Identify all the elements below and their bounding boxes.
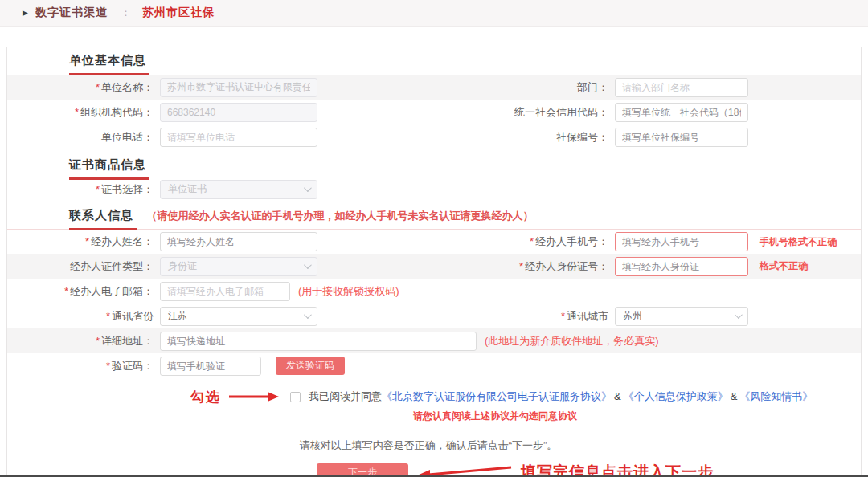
row-cert-select: *证书选择： 单位证书 — [7, 177, 861, 202]
privacy-policy-link[interactable]: 《个人信息保护政策》 — [624, 390, 728, 402]
next-step-button[interactable]: 下一步 — [317, 463, 408, 475]
agreement-prefix: 我已阅读并同意 — [309, 390, 382, 402]
row-agent-name-mobile: *经办人姓名： *经办人手机号： 手机号格式不正确 — [7, 229, 861, 254]
agent-id-type-label: 经办人证件类型： — [7, 259, 160, 274]
breadcrumb: ▶ 数字证书渠道 ： 苏州市区社保 — [0, 0, 868, 26]
risk-notice-link[interactable]: 《风险知情书》 — [739, 390, 813, 402]
required-mark: * — [530, 235, 534, 247]
province-dropdown[interactable]: 江苏 — [160, 307, 317, 326]
agent-mobile-field[interactable] — [615, 232, 748, 251]
next-button-row: 下一步 填写完信息点击进入下一步 — [317, 462, 861, 475]
agent-email-label: *经办人电子邮箱： — [7, 284, 160, 299]
row-org-code-credit-code: *组织机构代码： 统一社会信用代码： — [7, 100, 861, 124]
section-title-product: 证书商品信息 — [69, 157, 149, 180]
org-code-field — [160, 103, 317, 122]
agreement-joiner: & — [731, 390, 738, 402]
agreement-joiner: & — [614, 390, 621, 402]
agreement-row: 勾选 我已阅读并同意《北京数字认证股份有限公司电子认证服务协议》&《个人信息保护… — [190, 388, 861, 406]
row-province-city: *通讯省份 江苏 *通讯城市 苏州 — [7, 304, 861, 328]
city-label: *通讯城市 — [441, 309, 615, 324]
captcha-label: *验证码： — [7, 359, 160, 373]
unit-phone-label: 单位电话： — [7, 130, 160, 145]
province-value: 江苏 — [168, 309, 187, 323]
agreement-warning: 请您认真阅读上述协议并勾选同意协议 — [413, 410, 861, 423]
check-hint-annotation: 勾选 — [190, 388, 221, 406]
address-note: (此地址为新介质收件地址，务必真实) — [485, 334, 659, 349]
province-label: *通讯省份 — [7, 309, 160, 324]
required-mark: * — [85, 235, 89, 247]
required-mark: * — [96, 81, 100, 93]
row-address: *详细地址： (此地址为新介质收件地址，务必真实) — [7, 328, 861, 353]
captcha-field[interactable] — [160, 357, 261, 376]
section-title-contact: 联系人信息 — [69, 208, 137, 230]
required-mark: * — [96, 335, 100, 347]
social-no-label: 社保编号： — [441, 130, 615, 145]
agreement-checkbox[interactable] — [290, 392, 301, 402]
city-value: 苏州 — [623, 309, 642, 323]
chevron-down-icon — [304, 311, 312, 319]
cert-select-dropdown: 单位证书 — [160, 180, 317, 199]
department-field[interactable] — [615, 78, 748, 97]
required-mark: * — [75, 106, 79, 118]
agent-mobile-error: 手机号格式不正确 — [760, 235, 837, 249]
arrow-left-icon — [415, 463, 516, 475]
social-no-field[interactable] — [615, 128, 748, 147]
section-contact-info: 联系人信息 （请使用经办人实名认证的手机号办理，如经办人手机号未实名认证请更换经… — [7, 202, 861, 226]
agent-id-no-label: *经办人身份证号： — [441, 259, 615, 274]
chevron-down-icon — [304, 261, 312, 269]
agent-name-field[interactable] — [160, 232, 317, 251]
org-code-label: *组织机构代码： — [7, 105, 160, 120]
row-captcha: *验证码： 发送验证码 — [7, 353, 861, 378]
agent-id-no-error: 格式不正确 — [760, 259, 808, 273]
contact-section-note: （请使用经办人实名认证的手机号办理，如经办人手机号未实名认证请更换经办人） — [146, 210, 533, 222]
city-dropdown[interactable]: 苏州 — [615, 307, 748, 326]
address-label: *详细地址： — [7, 334, 160, 349]
breadcrumb-channel: 数字证书渠道 — [35, 6, 108, 20]
breadcrumb-separator: ： — [121, 6, 131, 20]
required-mark: * — [64, 285, 68, 297]
row-unit-name-department: *单位名称： 部门： — [7, 75, 861, 100]
cert-select-value: 单位证书 — [168, 182, 207, 196]
credit-code-field[interactable] — [615, 103, 748, 122]
contact-rows: *经办人姓名： *经办人手机号： 手机号格式不正确 经办人证件类型： 身份证 *… — [7, 229, 861, 378]
required-mark: * — [561, 310, 565, 322]
required-mark: * — [106, 310, 110, 322]
unit-name-label: *单位名称： — [7, 80, 160, 95]
cert-select-label: *证书选择： — [7, 182, 160, 197]
product-rows: *证书选择： 单位证书 — [7, 177, 861, 202]
agent-email-note: (用于接收解锁授权码) — [298, 284, 399, 299]
unit-rows: *单位名称： 部门： *组织机构代码： 统一社会信用代码： 单位电话： — [7, 75, 861, 149]
chevron-down-icon — [304, 184, 312, 192]
required-mark: * — [519, 260, 523, 272]
next-hint-annotation: 填写完信息点击进入下一步 — [521, 462, 714, 475]
send-captcha-button[interactable]: 发送验证码 — [276, 357, 345, 375]
agreement-text: 我已阅读并同意《北京数字认证股份有限公司电子认证服务协议》&《个人信息保护政策》… — [309, 389, 813, 404]
chevron-down-icon — [735, 311, 743, 319]
unit-name-field — [160, 78, 317, 97]
section-cert-product-info: 证书商品信息 — [7, 149, 861, 173]
section-title-unit: 单位基本信息 — [69, 53, 149, 75]
agent-email-field[interactable] — [160, 282, 290, 301]
row-id-type-id-no: 经办人证件类型： 身份证 *经办人身份证号： 格式不正确 — [7, 254, 861, 279]
credit-code-label: 统一社会信用代码： — [441, 105, 615, 120]
agent-id-no-field[interactable] — [615, 257, 748, 276]
required-mark: * — [106, 360, 110, 372]
agent-name-label: *经办人姓名： — [7, 234, 160, 249]
address-field[interactable] — [160, 332, 477, 351]
breadcrumb-current: 苏州市区社保 — [142, 6, 215, 20]
unit-phone-field[interactable] — [160, 128, 317, 147]
row-unit-phone-social-no: 单位电话： 社保编号： — [7, 124, 861, 149]
agent-id-type-dropdown: 身份证 — [160, 257, 317, 276]
agent-id-type-value: 身份证 — [168, 259, 197, 273]
department-label: 部门： — [441, 80, 615, 95]
form-panel: 单位基本信息 *单位名称： 部门： *组织机构代码： 统一社会信用代码： — [6, 47, 862, 475]
row-agent-email: *经办人电子邮箱： (用于接收解锁授权码) — [7, 279, 861, 304]
arrow-right-icon — [227, 391, 280, 402]
agent-mobile-label: *经办人手机号： — [441, 234, 615, 249]
service-agreement-link[interactable]: 《北京数字认证股份有限公司电子认证服务协议》 — [382, 390, 612, 402]
section-unit-basic-info: 单位基本信息 — [7, 47, 861, 71]
triangle-right-icon: ▶ — [23, 10, 28, 17]
confirm-text: 请核对以上填写内容是否正确，确认后请点击“下一步”。 — [7, 438, 861, 453]
required-mark: * — [96, 183, 100, 195]
